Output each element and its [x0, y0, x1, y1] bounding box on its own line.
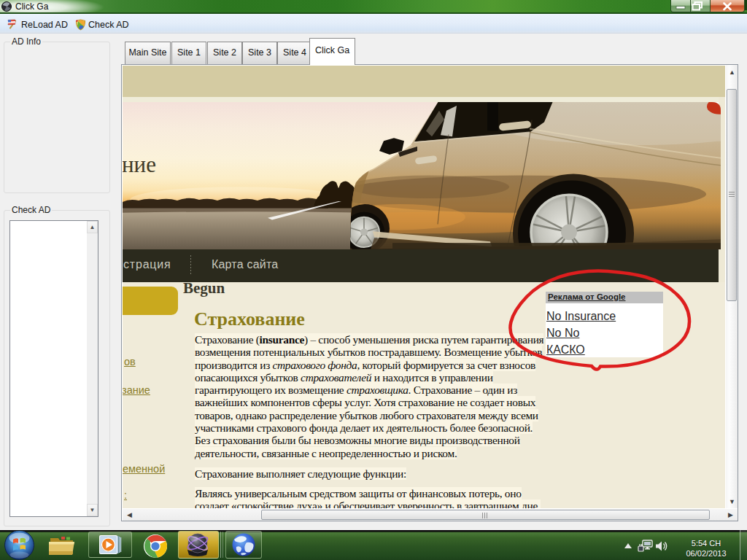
svg-text:ние: ние [123, 152, 156, 177]
